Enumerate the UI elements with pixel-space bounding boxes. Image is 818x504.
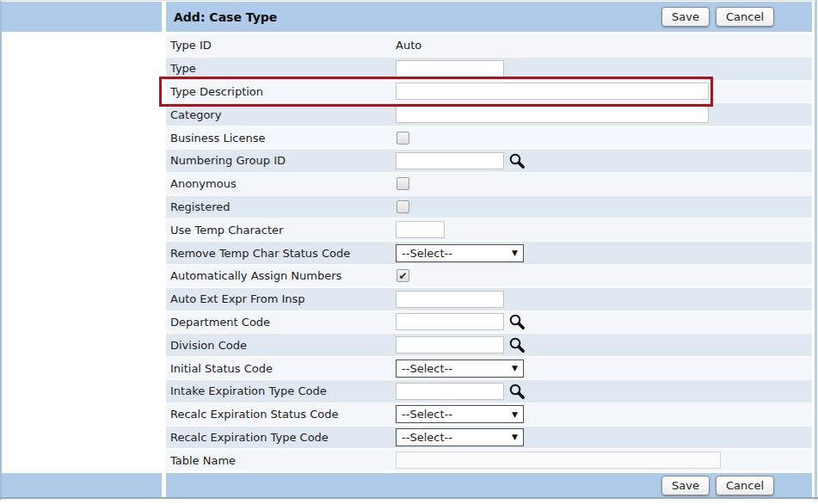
department-code-input[interactable] bbox=[396, 313, 504, 330]
footer-button-group: Save Cancel bbox=[661, 476, 812, 495]
field-value-table-name bbox=[396, 452, 812, 469]
numbering-group-id-input[interactable] bbox=[396, 152, 504, 169]
field-label-use-temp-character: Use Temp Character bbox=[166, 224, 396, 237]
field-value-initial-status-code: --Select--▼ bbox=[396, 360, 812, 378]
table-name-input[interactable] bbox=[396, 452, 721, 469]
form-row-type-id: Type IDAuto bbox=[166, 34, 812, 57]
form-row-remove-temp-char-status-code: Remove Temp Char Status Code--Select--▼ bbox=[166, 242, 812, 264]
automatically-assign-numbers-checkbox[interactable]: ✔ bbox=[397, 269, 409, 282]
field-value-division-code bbox=[396, 336, 812, 353]
dropdown-arrow-icon: ▼ bbox=[512, 410, 518, 419]
field-label-business-license: Business License bbox=[166, 132, 396, 144]
select-value-remove-temp-char-status-code: --Select-- bbox=[402, 247, 452, 260]
field-value-remove-temp-char-status-code: --Select--▼ bbox=[396, 244, 812, 262]
header-button-group: Save Cancel bbox=[661, 7, 812, 27]
field-value-type bbox=[396, 60, 812, 77]
field-value-business-license bbox=[396, 132, 812, 144]
form-row-intake-expiration-type-code: Intake Expiration Type Code bbox=[166, 380, 812, 403]
field-value-recalc-expiration-status-code: --Select--▼ bbox=[396, 405, 812, 423]
field-label-auto-ext-expr-from-insp: Auto Ext Expr From Insp bbox=[166, 292, 396, 305]
field-label-department-code: Department Code bbox=[166, 316, 396, 329]
save-button[interactable]: Save bbox=[661, 7, 710, 27]
recalc-expiration-status-code-select[interactable]: --Select--▼ bbox=[396, 405, 524, 423]
cancel-button[interactable]: Cancel bbox=[716, 7, 774, 27]
initial-status-code-select[interactable]: --Select--▼ bbox=[396, 360, 524, 378]
form-row-anonymous: Anonymous bbox=[166, 173, 812, 195]
field-value-registered bbox=[396, 200, 812, 213]
use-temp-character-input[interactable] bbox=[396, 221, 445, 238]
division-code-input[interactable] bbox=[396, 336, 504, 353]
field-value-automatically-assign-numbers: ✔ bbox=[396, 269, 812, 282]
select-value-initial-status-code: --Select-- bbox=[402, 362, 452, 375]
magnifier-icon[interactable] bbox=[508, 313, 526, 330]
left-sidebar bbox=[2, 34, 162, 472]
sidebar-header bbox=[2, 2, 162, 32]
field-label-initial-status-code: Initial Status Code bbox=[166, 362, 396, 375]
type-input[interactable] bbox=[396, 60, 504, 77]
field-label-registered: Registered bbox=[166, 200, 396, 213]
field-label-remove-temp-char-status-code: Remove Temp Char Status Code bbox=[166, 247, 396, 260]
field-value-department-code bbox=[396, 313, 812, 330]
form-row-business-license: Business License bbox=[166, 126, 812, 149]
field-value-intake-expiration-type-code bbox=[396, 383, 812, 400]
dropdown-arrow-icon: ▼ bbox=[512, 249, 518, 257]
recalc-expiration-type-code-select[interactable]: --Select--▼ bbox=[396, 428, 524, 446]
field-label-type: Type bbox=[166, 62, 396, 75]
form-row-use-temp-character: Use Temp Character bbox=[166, 218, 812, 241]
intake-expiration-type-code-input[interactable] bbox=[396, 383, 504, 400]
form-row-type-description: Type Description bbox=[166, 81, 812, 103]
form-row-type: Type bbox=[166, 58, 812, 80]
form-row-category: Category bbox=[166, 103, 812, 126]
form-row-recalc-expiration-type-code: Recalc Expiration Type Code--Select--▼ bbox=[166, 427, 812, 449]
magnifier-icon[interactable] bbox=[508, 152, 526, 169]
registered-checkbox[interactable] bbox=[397, 200, 409, 213]
business-license-checkbox[interactable] bbox=[397, 132, 409, 144]
magnifier-icon[interactable] bbox=[508, 336, 526, 353]
form-header-bar: Add: Case Type Save Cancel bbox=[166, 2, 812, 32]
field-value-use-temp-character bbox=[396, 221, 812, 238]
dropdown-arrow-icon: ▼ bbox=[512, 364, 518, 372]
form-row-auto-ext-expr-from-insp: Auto Ext Expr From Insp bbox=[166, 288, 812, 310]
select-value-recalc-expiration-type-code: --Select-- bbox=[402, 431, 452, 444]
dropdown-arrow-icon: ▼ bbox=[512, 433, 518, 441]
form-row-automatically-assign-numbers: Automatically Assign Numbers✔ bbox=[166, 265, 812, 287]
static-value-type-id: Auto bbox=[396, 39, 421, 52]
field-value-type-description bbox=[396, 83, 812, 100]
field-label-automatically-assign-numbers: Automatically Assign Numbers bbox=[166, 269, 396, 282]
field-value-recalc-expiration-type-code: --Select--▼ bbox=[396, 428, 812, 446]
add-case-type-page: Add: Case Type Save Cancel Type IDAutoTy… bbox=[0, 0, 818, 504]
field-label-anonymous: Anonymous bbox=[166, 177, 396, 190]
field-label-division-code: Division Code bbox=[166, 339, 396, 352]
field-label-intake-expiration-type-code: Intake Expiration Type Code bbox=[166, 384, 396, 397]
form-footer-bar: Save Cancel bbox=[166, 473, 812, 497]
page-title: Add: Case Type bbox=[166, 10, 277, 24]
field-label-table-name: Table Name bbox=[166, 454, 396, 467]
type-description-input[interactable] bbox=[396, 83, 709, 100]
field-label-type-id: Type ID bbox=[166, 39, 396, 52]
anonymous-checkbox[interactable] bbox=[397, 177, 409, 190]
remove-temp-char-status-code-select[interactable]: --Select--▼ bbox=[396, 244, 524, 262]
cancel-button-bottom[interactable]: Cancel bbox=[716, 476, 774, 495]
field-label-recalc-expiration-type-code: Recalc Expiration Type Code bbox=[166, 431, 396, 444]
form-row-registered: Registered bbox=[166, 196, 812, 218]
field-value-auto-ext-expr-from-insp bbox=[396, 291, 812, 308]
save-button-bottom[interactable]: Save bbox=[661, 476, 710, 495]
form-row-division-code: Division Code bbox=[166, 334, 812, 356]
field-value-type-id: Auto bbox=[396, 39, 812, 52]
field-value-numbering-group-id bbox=[396, 152, 812, 169]
field-label-numbering-group-id: Numbering Group ID bbox=[166, 154, 396, 167]
auto-ext-expr-from-insp-input[interactable] bbox=[396, 291, 504, 308]
form-row-numbering-group-id: Numbering Group ID bbox=[166, 150, 812, 172]
field-label-recalc-expiration-status-code: Recalc Expiration Status Code bbox=[166, 408, 396, 421]
page-bottom-border bbox=[0, 497, 818, 499]
page-top-border bbox=[0, 0, 818, 1]
field-value-category bbox=[396, 106, 812, 123]
form-row-table-name: Table Name bbox=[166, 449, 812, 471]
magnifier-icon[interactable] bbox=[508, 383, 526, 400]
form-row-department-code: Department Code bbox=[166, 311, 812, 334]
page-right-border bbox=[815, 1, 817, 500]
sidebar-footer bbox=[2, 473, 162, 497]
form-rows: Type IDAutoTypeType DescriptionCategoryB… bbox=[166, 34, 812, 472]
form-row-initial-status-code: Initial Status Code--Select--▼ bbox=[166, 357, 812, 379]
category-input[interactable] bbox=[396, 106, 709, 123]
